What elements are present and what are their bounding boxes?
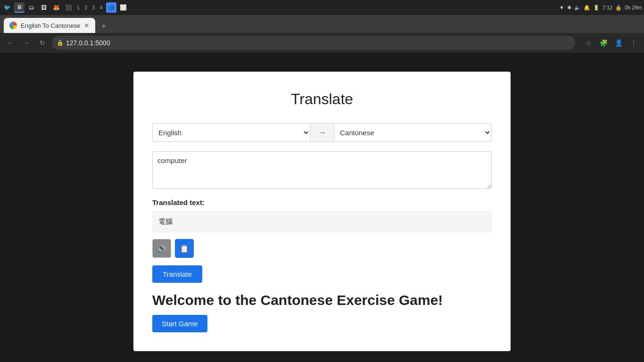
app-icon-firefox[interactable]: 🦊	[51, 2, 61, 13]
speak-button[interactable]: 🔊	[152, 239, 171, 258]
profile-button[interactable]: 👤	[612, 36, 625, 49]
notify-icon: 🔔	[584, 5, 590, 11]
workspace-2[interactable]: 2	[83, 5, 89, 10]
copy-icon: 📋	[180, 244, 189, 253]
app-icon-vscode[interactable]: ⬜	[118, 2, 129, 13]
workspace-1[interactable]: 1	[75, 5, 81, 10]
forward-button[interactable]: →	[20, 36, 33, 49]
address-text: 127.0.0.1:5000	[66, 39, 110, 47]
source-text-input[interactable]: computer	[152, 151, 492, 189]
new-tab-button[interactable]: +	[97, 20, 110, 33]
reload-button[interactable]: ↻	[36, 36, 49, 49]
app-icon-folder[interactable]: 🗂	[26, 2, 37, 13]
language-selector-row: English French Spanish → Cantonese Manda…	[152, 123, 492, 142]
page-area: Translate English French Spanish → Canto…	[0, 53, 644, 362]
taskbar: 🐦 🖥 🗂 🖼 🦊 ⬛ 1 2 3 4 🔵 ⬜ ▼ ✱ 🔈 🔔 🔋 7:12 🔒…	[0, 0, 644, 15]
address-field[interactable]: 🔒 127.0.0.1:5000	[52, 36, 575, 50]
bluetooth-icon: ✱	[567, 5, 571, 11]
taskbar-right: ▼ ✱ 🔈 🔔 🔋 7:12 🔒 0h 29m	[559, 5, 642, 11]
app-icon-terminal[interactable]: ⬛	[63, 2, 74, 13]
address-bar: ← → ↻ 🔒 127.0.0.1:5000 ☆ 🧩 👤 ⋮	[0, 33, 644, 53]
extensions-button[interactable]: 🧩	[597, 36, 610, 49]
swap-languages-button[interactable]: →	[310, 123, 334, 142]
address-right-actions: ☆ 🧩 👤 ⋮	[582, 36, 640, 49]
back-button[interactable]: ←	[4, 36, 17, 49]
lock-icon: 🔒	[57, 40, 64, 46]
action-icons-row: 🔊 📋	[152, 239, 492, 258]
translated-output: 電腦	[152, 211, 492, 232]
source-language-select[interactable]: English French Spanish	[152, 123, 310, 142]
translate-button[interactable]: Translate	[152, 265, 202, 283]
tab-close-button[interactable]: ✕	[84, 22, 90, 29]
tab-bar: English To Cantonese ✕ +	[0, 15, 644, 33]
app-icon-files[interactable]: 🖥	[14, 2, 25, 13]
app-icon-bird[interactable]: 🐦	[2, 2, 12, 13]
bookmark-button[interactable]: ☆	[582, 36, 595, 49]
app-icon-img[interactable]: 🖼	[39, 2, 49, 13]
wifi-icon: ▼	[559, 5, 564, 10]
app-icon-chrome[interactable]: 🔵	[106, 2, 116, 13]
welcome-text: Welcome to the Cantonese Exercise Game!	[152, 292, 492, 308]
target-language-select[interactable]: Cantonese Mandarin Japanese	[334, 123, 492, 142]
tab-favicon	[9, 22, 17, 29]
copy-button[interactable]: 📋	[175, 239, 194, 258]
active-tab[interactable]: English To Cantonese ✕	[4, 18, 95, 33]
clock: 7:12	[603, 5, 612, 10]
main-card: Translate English French Spanish → Canto…	[133, 72, 511, 351]
page-title: Translate	[152, 90, 492, 108]
menu-button[interactable]: ⋮	[627, 36, 640, 49]
workspace-4[interactable]: 4	[98, 5, 104, 10]
start-game-button[interactable]: Start Game	[152, 315, 207, 332]
translated-label: Translated text:	[152, 198, 492, 206]
uptime: 0h 29m	[625, 5, 642, 10]
volume-icon: 🔈	[574, 5, 581, 11]
workspace-3[interactable]: 3	[91, 5, 96, 10]
speaker-icon: 🔊	[157, 244, 166, 253]
battery-icon: 🔋	[593, 5, 600, 11]
tab-title: English To Cantonese	[21, 22, 80, 29]
lock-icon: 🔒	[615, 5, 622, 11]
